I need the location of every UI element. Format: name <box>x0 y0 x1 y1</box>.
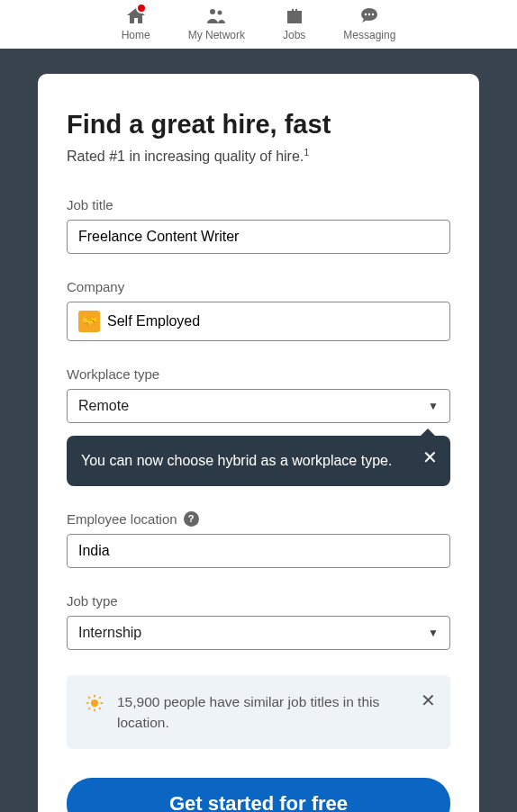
notification-badge <box>136 3 147 14</box>
job-type-value: Internship <box>78 625 141 641</box>
workplace-label: Workplace type <box>67 366 450 382</box>
nav-messaging[interactable]: Messaging <box>343 5 395 41</box>
tooltip-close-button[interactable]: ✕ <box>422 448 438 466</box>
chevron-down-icon: ▼ <box>428 627 439 639</box>
job-type-select[interactable]: Internship ▼ <box>67 616 450 650</box>
nav-network[interactable]: My Network <box>188 5 245 41</box>
job-type-label: Job type <box>67 593 450 609</box>
network-icon <box>205 5 227 27</box>
job-title-input[interactable] <box>78 229 439 245</box>
top-nav: Home My Network Jobs Messaging <box>0 0 517 49</box>
info-banner: 15,900 people have similar job titles in… <box>67 675 450 750</box>
location-input[interactable] <box>78 543 439 559</box>
svg-point-4 <box>368 14 370 15</box>
workplace-value: Remote <box>78 398 129 414</box>
company-label: Company <box>67 279 450 294</box>
chevron-down-icon: ▼ <box>428 400 439 412</box>
job-title-label: Job title <box>67 197 450 212</box>
svg-point-3 <box>365 14 367 15</box>
location-input-box[interactable] <box>67 534 450 568</box>
field-job-type: Job type Internship ▼ <box>67 593 450 650</box>
card-subtitle: Rated #1 in increasing quality of hire.1 <box>67 147 450 165</box>
lightbulb-icon <box>85 693 104 713</box>
svg-point-6 <box>92 699 97 705</box>
get-started-button[interactable]: Get started for free <box>67 778 450 812</box>
svg-point-5 <box>372 14 374 15</box>
card-heading: Find a great hire, fast <box>67 110 450 140</box>
workplace-select[interactable]: Remote ▼ <box>67 389 450 423</box>
location-label: Employee location ? <box>67 511 450 527</box>
info-banner-text: 15,900 people have similar job titles in… <box>117 691 407 734</box>
job-title-input-box[interactable] <box>67 220 450 254</box>
messaging-icon <box>358 5 380 27</box>
nav-jobs[interactable]: Jobs <box>283 5 305 41</box>
nav-network-label: My Network <box>188 29 245 41</box>
help-icon[interactable]: ? <box>184 511 199 527</box>
svg-point-0 <box>210 9 215 14</box>
page-background: Find a great hire, fast Rated #1 in incr… <box>0 49 517 812</box>
company-input-box[interactable]: 🤝 <box>67 302 450 341</box>
handshake-icon: 🤝 <box>78 311 100 332</box>
field-company: Company 🤝 <box>67 279 450 341</box>
field-employee-location: Employee location ? <box>67 511 450 568</box>
svg-line-12 <box>99 708 101 709</box>
nav-home-label: Home <box>122 29 150 41</box>
info-banner-close-button[interactable]: ✕ <box>421 690 436 711</box>
workplace-tooltip-container: You can now choose hybrid as a workplace… <box>67 436 450 485</box>
company-input[interactable] <box>107 313 439 329</box>
nav-messaging-label: Messaging <box>343 29 395 41</box>
svg-line-14 <box>99 697 101 699</box>
svg-line-11 <box>88 697 90 699</box>
workplace-tooltip: You can now choose hybrid as a workplace… <box>67 436 450 485</box>
field-job-title: Job title <box>67 197 450 254</box>
svg-line-13 <box>88 708 90 709</box>
field-workplace-type: Workplace type Remote ▼ <box>67 366 450 423</box>
tooltip-text: You can now choose hybrid as a workplace… <box>81 453 392 468</box>
job-post-card: Find a great hire, fast Rated #1 in incr… <box>38 74 479 812</box>
svg-point-1 <box>218 11 222 15</box>
nav-jobs-label: Jobs <box>283 29 305 41</box>
nav-home[interactable]: Home <box>122 5 150 41</box>
jobs-icon <box>284 5 305 27</box>
